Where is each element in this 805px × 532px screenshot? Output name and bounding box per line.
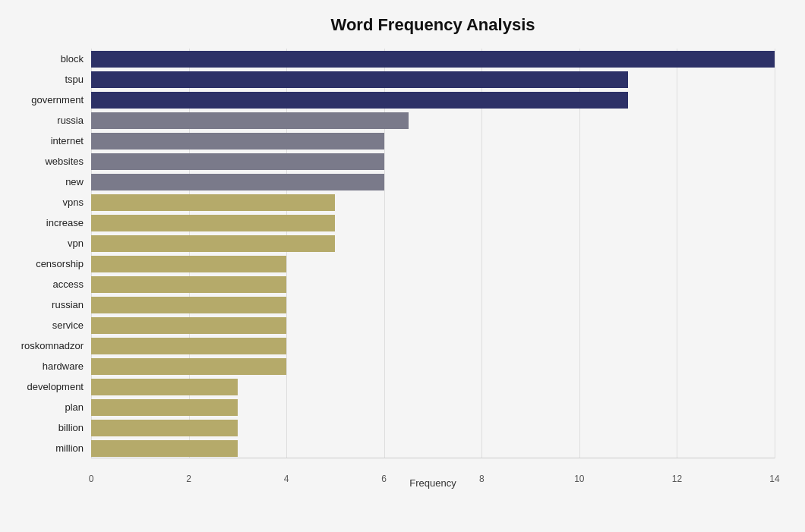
bar-row: websites	[91, 153, 775, 170]
grid-line	[775, 49, 775, 458]
bar-track	[91, 256, 775, 272]
bar-row: roskomnadzor	[91, 338, 775, 354]
bar-label: russian	[0, 299, 91, 310]
bar-row: internet	[91, 133, 775, 150]
bar-fill	[91, 317, 286, 334]
bar-track	[91, 71, 775, 88]
bar-fill	[91, 194, 335, 211]
bar-fill	[91, 440, 238, 457]
bar-track	[91, 276, 775, 293]
bar-fill	[91, 71, 628, 88]
bar-label: vpn	[0, 238, 91, 249]
bar-row: censorship	[91, 256, 775, 272]
bar-label: roskomnadzor	[0, 340, 91, 351]
bar-row: block	[91, 51, 775, 68]
bar-track	[91, 194, 775, 211]
bar-track	[91, 420, 775, 436]
bar-row: million	[91, 440, 775, 457]
bar-track	[91, 297, 775, 313]
bar-label: internet	[0, 135, 91, 146]
bar-track	[91, 317, 775, 334]
chart-container: Word Frequency Analysis blocktspugovernm…	[0, 0, 805, 532]
bar-label: russia	[0, 115, 91, 126]
bar-row: service	[91, 317, 775, 334]
bar-track	[91, 174, 775, 190]
bar-fill	[91, 379, 238, 395]
bar-row: russia	[91, 112, 775, 129]
bar-row: increase	[91, 215, 775, 231]
bar-label: billion	[0, 422, 91, 433]
bar-track	[91, 399, 775, 416]
bar-fill	[91, 399, 238, 416]
bar-fill	[91, 174, 384, 190]
bar-label: websites	[0, 156, 91, 167]
bar-row: government	[91, 92, 775, 109]
bar-label: million	[0, 442, 91, 454]
bar-track	[91, 153, 775, 170]
bar-row: billion	[91, 420, 775, 436]
x-axis-label: Frequency	[91, 477, 775, 489]
bar-fill	[91, 51, 775, 68]
bar-label: new	[0, 176, 91, 187]
bar-label: access	[0, 279, 91, 290]
bar-label: service	[0, 320, 91, 331]
bar-fill	[91, 235, 335, 252]
bar-track	[91, 338, 775, 354]
chart-area: blocktspugovernmentrussiainternetwebsite…	[91, 49, 775, 489]
bar-track	[91, 112, 775, 129]
bar-row: vpns	[91, 194, 775, 211]
bar-fill	[91, 276, 286, 293]
bar-fill	[91, 420, 238, 436]
bar-fill	[91, 256, 286, 272]
bar-row: vpn	[91, 235, 775, 252]
bar-label: censorship	[0, 258, 91, 269]
bar-label: hardware	[0, 360, 91, 372]
bar-row: access	[91, 276, 775, 293]
bar-row: hardware	[91, 358, 775, 375]
bar-track	[91, 92, 775, 109]
bar-fill	[91, 358, 286, 375]
bar-label: vpns	[0, 197, 91, 208]
bar-row: development	[91, 379, 775, 395]
bar-track	[91, 235, 775, 252]
bars-wrapper: blocktspugovernmentrussiainternetwebsite…	[91, 49, 775, 458]
bar-fill	[91, 112, 409, 129]
bar-track	[91, 379, 775, 395]
bar-track	[91, 51, 775, 68]
bar-track	[91, 133, 775, 150]
bar-fill	[91, 338, 286, 354]
bar-fill	[91, 133, 384, 150]
bar-label: plan	[0, 401, 91, 413]
bar-row: tspu	[91, 71, 775, 88]
bar-fill	[91, 215, 335, 231]
bar-fill	[91, 297, 286, 313]
bar-label: tspu	[0, 74, 91, 85]
bar-fill	[91, 92, 628, 109]
bar-row: russian	[91, 297, 775, 313]
bar-row: new	[91, 174, 775, 190]
bar-label: block	[0, 53, 91, 65]
x-axis	[91, 458, 775, 458]
bar-track	[91, 358, 775, 375]
bar-track	[91, 215, 775, 231]
bar-label: development	[0, 381, 91, 392]
bar-track	[91, 440, 775, 457]
bar-fill	[91, 153, 384, 170]
bar-row: plan	[91, 399, 775, 416]
bar-label: government	[0, 94, 91, 105]
bar-label: increase	[0, 217, 91, 228]
chart-title: Word Frequency Analysis	[91, 15, 775, 35]
